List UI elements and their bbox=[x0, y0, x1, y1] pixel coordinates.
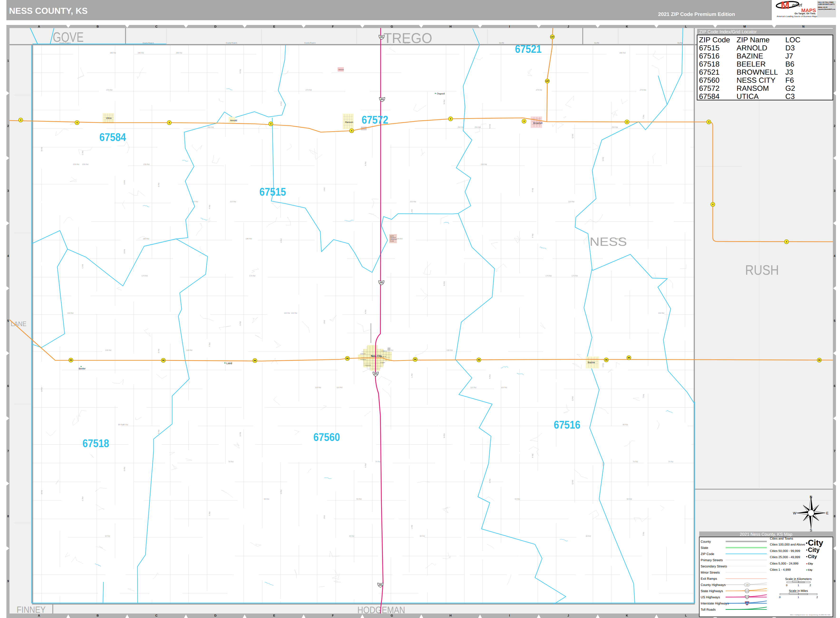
svg-text:D3: D3 bbox=[785, 44, 795, 52]
svg-text:Ransom: Ransom bbox=[339, 69, 344, 71]
svg-text:67584: 67584 bbox=[100, 131, 126, 143]
svg-text:B: B bbox=[97, 614, 99, 617]
svg-text:96: 96 bbox=[70, 359, 72, 361]
svg-text:Primary Streets: Primary Streets bbox=[701, 559, 723, 562]
svg-text:F: F bbox=[332, 614, 334, 617]
svg-text:4: 4 bbox=[712, 203, 713, 206]
svg-text:270 Rd: 270 Rd bbox=[640, 89, 646, 91]
svg-text:1-888-434-MAPS (6277): 1-888-434-MAPS (6277) bbox=[818, 4, 834, 5]
svg-text:B: B bbox=[97, 25, 99, 28]
svg-text:67515: 67515 bbox=[699, 44, 720, 52]
svg-text:C Rd: C Rd bbox=[82, 497, 84, 501]
svg-text:B Rd: B Rd bbox=[41, 147, 43, 151]
svg-text:K: K bbox=[626, 614, 628, 617]
svg-text:4: 4 bbox=[76, 122, 77, 124]
svg-text:L Rd: L Rd bbox=[411, 374, 413, 377]
svg-text:290 Rd: 290 Rd bbox=[138, 52, 144, 54]
svg-text:70 Rd: 70 Rd bbox=[633, 461, 638, 463]
svg-text:B Rd: B Rd bbox=[41, 388, 43, 391]
svg-text:J Rd: J Rd bbox=[323, 515, 326, 519]
svg-text:67521: 67521 bbox=[515, 43, 542, 55]
svg-text:ZIP Code: ZIP Code bbox=[699, 36, 730, 44]
svg-text:96: 96 bbox=[254, 360, 256, 362]
svg-text:9: 9 bbox=[7, 579, 9, 583]
svg-text:1: 1 bbox=[7, 59, 9, 62]
svg-text:283: 283 bbox=[380, 36, 383, 38]
svg-text:D Rd: D Rd bbox=[123, 180, 126, 184]
svg-text:130 Rd: 130 Rd bbox=[186, 349, 192, 351]
svg-text:Ea Rd: Ea Rd bbox=[678, 42, 682, 44]
svg-text:67516: 67516 bbox=[554, 418, 580, 431]
svg-text:150 Rd: 150 Rd bbox=[658, 312, 664, 314]
svg-text:Ness City: Ness City bbox=[371, 355, 382, 358]
svg-text:150 Rd: 150 Rd bbox=[291, 312, 297, 314]
svg-text:Utica: Utica bbox=[106, 117, 112, 120]
svg-text:170 Rd: 170 Rd bbox=[249, 275, 255, 277]
svg-text:67572: 67572 bbox=[362, 113, 388, 126]
svg-text:250 Rd: 250 Rd bbox=[208, 126, 214, 128]
svg-text:UTICA: UTICA bbox=[737, 92, 759, 101]
svg-text:K: K bbox=[626, 25, 628, 28]
svg-text:ZIP Name: ZIP Name bbox=[737, 36, 770, 44]
svg-text:F Rd: F Rd bbox=[208, 205, 211, 209]
svg-text:270 Rd: 270 Rd bbox=[106, 89, 113, 91]
svg-text:TREGO: TREGO bbox=[384, 30, 432, 46]
svg-text:67518: 67518 bbox=[699, 60, 720, 68]
svg-text:D: D bbox=[214, 25, 216, 28]
svg-text:96: 96 bbox=[818, 359, 821, 361]
svg-text:Bazine: Bazine bbox=[588, 361, 595, 364]
svg-text:110 Rd: 110 Rd bbox=[501, 386, 507, 389]
svg-text:270 Rd: 270 Rd bbox=[306, 89, 312, 91]
svg-text:H: H bbox=[449, 25, 452, 28]
svg-text:5: 5 bbox=[7, 319, 9, 322]
svg-text:Q Rd: Q Rd bbox=[572, 397, 574, 401]
svg-text:250 Rd: 250 Rd bbox=[612, 126, 618, 128]
svg-text:N Rd: N Rd bbox=[489, 374, 491, 379]
svg-text:arket: arket bbox=[792, 3, 802, 7]
svg-text:30 Rd: 30 Rd bbox=[105, 535, 110, 537]
svg-text:30 Rd: 30 Rd bbox=[420, 535, 425, 537]
svg-text:Exit Ramps: Exit Ramps bbox=[701, 577, 717, 581]
svg-text:4: 4 bbox=[708, 121, 709, 123]
svg-text:S Rd: S Rd bbox=[602, 363, 604, 367]
svg-text:210 Rd: 210 Rd bbox=[230, 201, 236, 203]
svg-text:Interstate Highways: Interstate Highways bbox=[701, 602, 729, 605]
svg-text:Osgood: Osgood bbox=[437, 92, 445, 95]
svg-text:4: 4 bbox=[169, 122, 170, 124]
svg-text:City: City bbox=[808, 569, 812, 571]
svg-text:BEELER: BEELER bbox=[737, 60, 766, 68]
svg-text:Arnold: Arnold bbox=[230, 119, 237, 122]
svg-text:90 Rd: 90 Rd bbox=[123, 423, 128, 426]
svg-text:96: 96 bbox=[478, 359, 480, 361]
svg-text:City: City bbox=[808, 562, 813, 565]
svg-text:2021 ZIP Code Premium Edition: 2021 ZIP Code Premium Edition bbox=[658, 11, 735, 17]
svg-text:COUNTY: COUNTY bbox=[390, 237, 396, 239]
svg-text:283: 283 bbox=[374, 373, 377, 375]
svg-text:FINNEY: FINNEY bbox=[16, 605, 46, 615]
svg-text:D: D bbox=[214, 614, 216, 617]
svg-text:State: State bbox=[701, 546, 708, 550]
svg-text:M Rd: M Rd bbox=[443, 281, 445, 286]
svg-text:290 Rd: 290 Rd bbox=[176, 52, 182, 54]
svg-text:67584: 67584 bbox=[699, 92, 720, 101]
svg-text:US Highways: US Highways bbox=[701, 596, 720, 599]
svg-text:GOVE: GOVE bbox=[53, 30, 84, 45]
svg-text:Scale in Miles: Scale in Miles bbox=[789, 589, 808, 593]
svg-text:J3: J3 bbox=[785, 68, 793, 76]
svg-text:50 Rd: 50 Rd bbox=[264, 498, 269, 500]
svg-text:P Rd: P Rd bbox=[532, 188, 534, 192]
svg-text:G Rd: G Rd bbox=[239, 69, 241, 73]
svg-text:0: 0 bbox=[779, 596, 781, 599]
svg-text:1: 1 bbox=[798, 584, 799, 587]
svg-text:Q Rd: Q Rd bbox=[572, 480, 574, 484]
svg-text:F6: F6 bbox=[785, 76, 794, 85]
svg-text:4: 4 bbox=[834, 254, 836, 258]
svg-text:130 Rd: 130 Rd bbox=[446, 349, 453, 351]
svg-text:7: 7 bbox=[834, 449, 835, 453]
svg-text:1: 1 bbox=[834, 59, 835, 62]
svg-text:E Rd: E Rd bbox=[158, 430, 160, 434]
svg-text:Secondary Streets: Secondary Streets bbox=[701, 565, 727, 568]
svg-text:CALL US TOLL FREE!: CALL US TOLL FREE! bbox=[818, 1, 834, 3]
svg-text:96: 96 bbox=[414, 358, 416, 361]
svg-text:Brownell: Brownell bbox=[533, 122, 542, 125]
